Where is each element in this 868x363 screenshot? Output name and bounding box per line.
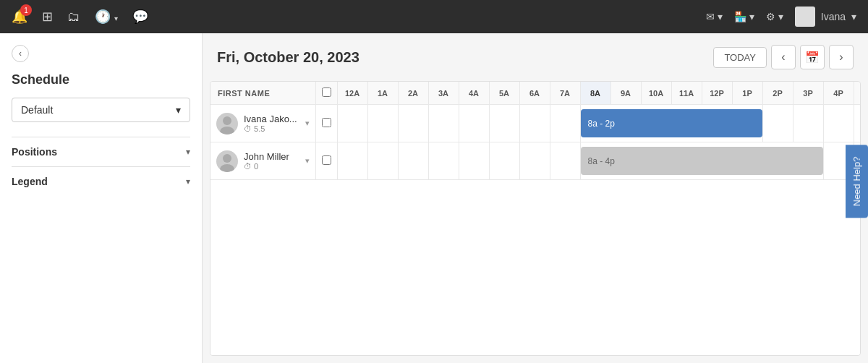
main-content: Fri, October 20, 2023 TODAY ‹ 📅 › FIRST …: [203, 33, 868, 363]
col-1p: 1P: [732, 82, 762, 105]
empty-time-cell: [489, 142, 519, 180]
svg-point-0: [223, 116, 231, 125]
main-layout: ‹ Schedule Default ▾ Positions ▾ Legend …: [0, 33, 868, 363]
notification-badge: 1: [20, 4, 32, 16]
col-12a: 12A: [337, 82, 367, 105]
name-info: John Miller ⏱ 0: [244, 151, 289, 171]
name-cell: Ivana Jako... ⏱ 5.5 ▾: [210, 105, 315, 142]
empty-time-cell: [519, 105, 550, 142]
empty-time-cell: [793, 105, 823, 142]
store-icon: 🏪: [734, 11, 746, 22]
schedule-body: Ivana Jako... ⏱ 5.5 ▾ 8a - 2p John Mille…: [210, 105, 861, 180]
schedule-dropdown[interactable]: Default ▾: [12, 98, 190, 122]
user-name: Ivana: [821, 11, 846, 22]
checkbox-col-header: [315, 82, 337, 105]
sidebar: ‹ Schedule Default ▾ Positions ▾ Legend …: [0, 33, 203, 363]
empty-time-cell: [823, 105, 854, 142]
empty-time-cell: [428, 142, 459, 180]
col-4p: 4P: [823, 82, 854, 105]
top-navigation: 🔔 1 ⊞ 🗂 🕐 ▾ 💬 ✉ ▾ 🏪 ▾ ⚙ ▾ Ivana ▾: [0, 0, 868, 33]
gear-icon: ⚙: [766, 11, 775, 22]
history-dropdown[interactable]: ▾: [114, 14, 118, 22]
avatar: [216, 150, 238, 172]
schedule-icon[interactable]: ⊞: [42, 9, 53, 25]
sidebar-collapse-button[interactable]: ‹: [12, 45, 29, 62]
schedule-table-wrapper: FIRST NAME 12A 1A 2A 3A 4A 5A 6A 7A 8A: [210, 81, 861, 356]
shift-block[interactable]: 8a - 2p: [581, 109, 762, 137]
col-2p: 2P: [762, 82, 793, 105]
col-10a: 10A: [641, 82, 671, 105]
empty-time-cell: [398, 142, 428, 180]
name-info: Ivana Jako... ⏱ 5.5: [244, 114, 297, 133]
schedule-dropdown-value: Default: [21, 104, 53, 116]
svg-point-3: [220, 164, 234, 172]
messages-icon[interactable]: 💬: [132, 9, 148, 25]
next-button[interactable]: ›: [829, 45, 854, 69]
row-checkbox[interactable]: [322, 155, 331, 165]
positions-chevron: ▾: [186, 147, 190, 157]
prev-button[interactable]: ‹: [771, 45, 796, 69]
empty-time-cell: [459, 105, 489, 142]
legend-section[interactable]: Legend ▾: [12, 166, 190, 196]
legend-chevron: ▾: [186, 176, 190, 187]
empty-time-cell: [550, 105, 580, 142]
empty-time-cell: [762, 105, 793, 142]
col-12p: 12P: [702, 82, 732, 105]
col-2a: 2A: [398, 82, 428, 105]
empty-time-cell: [398, 105, 428, 142]
shift-block[interactable]: 8a - 4p: [581, 147, 823, 175]
col-3p: 3P: [793, 82, 823, 105]
positions-section[interactable]: Positions ▾: [12, 137, 190, 166]
empty-time-cell: [337, 142, 367, 180]
col-11a: 11A: [671, 82, 702, 105]
employee-name: Ivana Jako...: [244, 114, 297, 124]
store-dropdown-arrow: ▾: [749, 11, 754, 22]
col-8a: 8A: [580, 82, 610, 105]
user-menu-button[interactable]: Ivana ▾: [795, 7, 856, 27]
select-all-checkbox[interactable]: [322, 87, 331, 97]
today-button[interactable]: TODAY: [713, 47, 767, 68]
first-name-col-header: FIRST NAME: [210, 82, 315, 105]
schedule-table: FIRST NAME 12A 1A 2A 3A 4A 5A 6A 7A 8A: [210, 82, 861, 180]
row-checkbox[interactable]: [322, 118, 331, 127]
inbox-icon: ✉: [706, 11, 715, 22]
checkbox-cell[interactable]: [315, 105, 337, 142]
user-dropdown-arrow: ▾: [851, 11, 856, 22]
employee-hours: ⏱ 5.5: [244, 124, 297, 133]
col-5p: 5P: [854, 82, 861, 105]
empty-time-cell: [337, 105, 367, 142]
empty-time-cell: [367, 142, 398, 180]
table-header-row: FIRST NAME 12A 1A 2A 3A 4A 5A 6A 7A 8A: [210, 82, 861, 105]
nav-left: 🔔 1 ⊞ 🗂 🕐 ▾ 💬: [12, 9, 148, 25]
positions-label: Positions: [12, 146, 57, 158]
table-row: John Miller ⏱ 0 ▾ 8a - 4p: [210, 142, 861, 180]
need-help-button[interactable]: Need Help?: [846, 145, 868, 218]
date-title: Fri, October 20, 2023: [217, 49, 359, 66]
inbox-button[interactable]: ✉ ▾: [706, 11, 723, 22]
col-7a: 7A: [550, 82, 580, 105]
store-button[interactable]: 🏪 ▾: [734, 11, 754, 22]
notification-icon[interactable]: 🔔 1: [12, 9, 27, 25]
avatar: [795, 7, 815, 27]
shift-cell[interactable]: 8a - 2p: [580, 105, 762, 142]
row-dropdown-arrow[interactable]: ▾: [305, 156, 310, 166]
svg-point-1: [220, 127, 234, 134]
name-cell: John Miller ⏱ 0 ▾: [210, 142, 315, 180]
empty-time-cell: [854, 105, 861, 142]
dropdown-chevron: ▾: [176, 104, 181, 116]
timecard-icon[interactable]: 🗂: [67, 9, 80, 25]
calendar-button[interactable]: 📅: [800, 45, 825, 69]
row-dropdown-arrow[interactable]: ▾: [305, 119, 310, 128]
empty-time-cell: [459, 142, 489, 180]
col-1a: 1A: [367, 82, 398, 105]
history-icon[interactable]: 🕐 ▾: [95, 9, 118, 25]
header-controls: TODAY ‹ 📅 ›: [713, 45, 854, 69]
checkbox-cell[interactable]: [315, 142, 337, 180]
content-header: Fri, October 20, 2023 TODAY ‹ 📅 ›: [203, 33, 868, 81]
table-row: Ivana Jako... ⏱ 5.5 ▾ 8a - 2p: [210, 105, 861, 142]
shift-cell[interactable]: 8a - 4p: [580, 142, 823, 180]
col-6a: 6A: [519, 82, 550, 105]
empty-time-cell: [489, 105, 519, 142]
settings-button[interactable]: ⚙ ▾: [766, 11, 783, 22]
col-4a: 4A: [459, 82, 489, 105]
